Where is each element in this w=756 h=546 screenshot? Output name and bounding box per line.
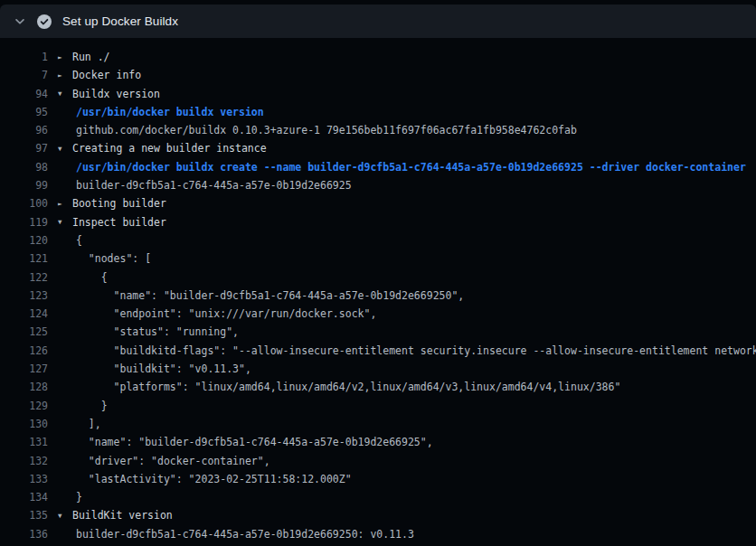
log-line: 119▼Inspect builder <box>0 213 756 231</box>
line-number-link[interactable]: 100 <box>0 194 48 212</box>
line-number-link[interactable]: 121 <box>0 249 48 268</box>
output-text: { <box>76 271 108 284</box>
group-title: Booting builder <box>72 197 166 210</box>
group-expanded-icon: ▼ <box>58 140 72 158</box>
line-number-link[interactable]: 132 <box>0 452 48 470</box>
log-group-header[interactable]: ►Run ./ <box>48 51 110 63</box>
log-line: 127 "buildkit": "v0.11.3", <box>0 360 756 378</box>
log-line: 128 "platforms": "linux/amd64,linux/amd6… <box>0 378 756 396</box>
log-line: 129 } <box>0 397 756 415</box>
group-collapsed-icon: ► <box>58 67 72 85</box>
line-number-link[interactable]: 133 <box>0 470 48 488</box>
line-number-link[interactable]: 122 <box>0 268 48 287</box>
step-title: Set up Docker Buildx <box>62 14 178 28</box>
line-number-link[interactable]: 129 <box>0 397 48 415</box>
line-number-link[interactable]: 127 <box>0 360 48 378</box>
output-text: { <box>76 234 82 247</box>
output-text: ], <box>76 418 101 430</box>
output-text: "endpoint": "unix:///var/run/docker.sock… <box>76 307 376 320</box>
log-group-header[interactable]: ▼Inspect builder <box>48 216 166 229</box>
step-header[interactable]: Set up Docker Buildx <box>0 5 756 38</box>
line-number-link[interactable]: 125 <box>0 323 48 341</box>
line-number-link[interactable]: 119 <box>0 213 48 231</box>
output-text: "lastActivity": "2023-02-25T11:58:12.000… <box>76 473 352 485</box>
output-text: "nodes": [ <box>76 252 151 265</box>
group-collapsed-icon: ► <box>58 195 72 213</box>
line-number-link[interactable]: 126 <box>0 342 48 360</box>
log-group-header[interactable]: ►Docker info <box>48 69 141 81</box>
line-number-link[interactable]: 134 <box>0 488 48 506</box>
log-line: 98/usr/bin/docker buildx create --name b… <box>0 158 756 176</box>
log-line: 122 { <box>0 268 756 287</box>
log-line: 95/usr/bin/docker buildx version <box>0 103 756 121</box>
group-collapsed-icon: ► <box>58 49 72 67</box>
group-title: Run ./ <box>72 51 110 63</box>
group-title: Creating a new builder instance <box>72 142 267 155</box>
log-line: 131 "name": "builder-d9cfb5a1-c764-445a-… <box>0 433 756 451</box>
log-group-header[interactable]: ▼BuildKit version <box>48 509 173 522</box>
log-line: 100►Booting builder <box>0 194 756 212</box>
log-line: 136builder-d9cfb5a1-c764-445a-a57e-0b19d… <box>0 525 756 543</box>
output-text: "buildkit": "v0.11.3", <box>76 362 251 375</box>
line-number-link[interactable]: 124 <box>0 305 48 323</box>
group-title: Buildx version <box>72 88 160 100</box>
log-line: 130 ], <box>0 415 756 433</box>
line-number-link[interactable]: 128 <box>0 378 48 396</box>
output-text: "driver": "docker-container", <box>76 455 270 467</box>
line-number-link[interactable]: 136 <box>0 525 48 543</box>
line-number-link[interactable]: 135 <box>0 506 48 524</box>
output-text: "name": "builder-d9cfb5a1-c764-445a-a57e… <box>76 289 464 302</box>
log-line: 94▼Buildx version <box>0 85 756 103</box>
line-number-link[interactable]: 1 <box>0 48 48 66</box>
log-group-header[interactable]: ▼Creating a new builder instance <box>48 142 267 155</box>
output-text: "status": "running", <box>76 325 239 338</box>
log-line: 99builder-d9cfb5a1-c764-445a-a57e-0b19d2… <box>0 176 756 194</box>
log-line: 132 "driver": "docker-container", <box>0 452 756 470</box>
status-check-icon <box>37 14 52 29</box>
output-text: "name": "builder-d9cfb5a1-c764-445a-a57e… <box>76 436 433 448</box>
line-number-link[interactable]: 130 <box>0 415 48 433</box>
line-number-link[interactable]: 95 <box>0 103 48 121</box>
log-line: 134} <box>0 488 756 506</box>
group-expanded-icon: ▼ <box>58 85 72 103</box>
group-title: Docker info <box>72 69 141 81</box>
line-number-link[interactable]: 94 <box>0 85 48 103</box>
group-expanded-icon: ▼ <box>58 213 72 231</box>
output-text: "platforms": "linux/amd64,linux/amd64/v2… <box>76 381 620 393</box>
log-group-header[interactable]: ▼Buildx version <box>48 88 160 100</box>
log-line: 123 "name": "builder-d9cfb5a1-c764-445a-… <box>0 287 756 305</box>
log-line: 133 "lastActivity": "2023-02-25T11:58:12… <box>0 470 756 488</box>
log-line: 124 "endpoint": "unix:///var/run/docker.… <box>0 305 756 323</box>
line-number-link[interactable]: 123 <box>0 287 48 305</box>
line-number-link[interactable]: 131 <box>0 433 48 451</box>
output-text: "buildkitd-flags": "--allow-insecure-ent… <box>76 344 756 357</box>
line-number-link[interactable]: 99 <box>0 176 48 194</box>
command-text: /usr/bin/docker buildx version <box>76 106 264 118</box>
log-line: 7►Docker info <box>0 66 756 84</box>
output-text: builder-d9cfb5a1-c764-445a-a57e-0b19d2e6… <box>76 528 414 541</box>
log-group-header[interactable]: ►Booting builder <box>48 197 166 210</box>
log-line: 97▼Creating a new builder instance <box>0 139 756 157</box>
log-line: 120{ <box>0 231 756 249</box>
log-line: 121 "nodes": [ <box>0 249 756 268</box>
log-lines: 1►Run ./7►Docker info94▼Buildx version95… <box>0 38 756 543</box>
log-line: 126 "buildkitd-flags": "--allow-insecure… <box>0 342 756 360</box>
line-number-link[interactable]: 97 <box>0 139 48 157</box>
line-number-link[interactable]: 96 <box>0 121 48 139</box>
output-text: github.com/docker/buildx 0.10.3+azure-1 … <box>76 124 577 136</box>
group-title: BuildKit version <box>72 509 173 522</box>
chevron-down-icon[interactable] <box>14 15 26 28</box>
line-number-link[interactable]: 7 <box>0 66 48 84</box>
line-number-link[interactable]: 98 <box>0 158 48 176</box>
log-line: 125 "status": "running", <box>0 323 756 341</box>
log-line: 135▼BuildKit version <box>0 506 756 524</box>
log-line: 96github.com/docker/buildx 0.10.3+azure-… <box>0 121 756 139</box>
output-text: builder-d9cfb5a1-c764-445a-a57e-0b19d2e6… <box>76 179 352 192</box>
group-title: Inspect builder <box>72 216 166 229</box>
command-text: /usr/bin/docker buildx create --name bui… <box>76 161 746 174</box>
line-number-link[interactable]: 120 <box>0 231 48 249</box>
log-line: 1►Run ./ <box>0 48 756 66</box>
group-expanded-icon: ▼ <box>58 507 72 525</box>
output-text: } <box>76 400 108 412</box>
output-text: } <box>76 491 82 504</box>
